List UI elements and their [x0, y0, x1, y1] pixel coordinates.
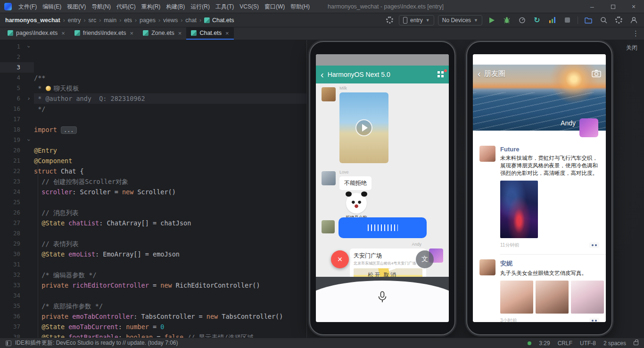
back-icon[interactable]: ‹	[478, 69, 481, 78]
code-line[interactable]: // 创建控制器Scroller对象	[34, 176, 306, 187]
tab-options-icon[interactable]: ⋮	[627, 29, 644, 38]
code-line[interactable]: import ...	[34, 124, 306, 135]
line-number[interactable]: 27	[0, 218, 34, 228]
code-line[interactable]	[34, 228, 306, 239]
line-number[interactable]: 31	[0, 259, 34, 270]
code-line[interactable]: /* 底部操作参数 */	[34, 301, 306, 311]
line-number[interactable]: 23	[0, 176, 34, 187]
menu-code[interactable]: 代码(C)	[114, 0, 139, 13]
code-line[interactable]: */	[34, 104, 306, 114]
breadcrumb-src[interactable]: src	[88, 17, 97, 24]
line-number[interactable]: 30	[0, 249, 34, 259]
tool-windows-icon[interactable]	[6, 340, 11, 346]
breadcrumb-chat[interactable]: chat	[185, 17, 197, 24]
status-message[interactable]: IDE和插件更新: DevEco Studio is ready to // u…	[15, 339, 178, 347]
code-line[interactable]: // 消息列表	[34, 207, 306, 218]
run-button[interactable]	[486, 15, 497, 26]
code-line[interactable]: * @author andy Q: 282310962	[34, 93, 306, 104]
module-selector[interactable]: entry ▼	[399, 15, 434, 25]
tab-close-icon[interactable]: ×	[130, 30, 134, 37]
menu-vcs[interactable]: VCS(S)	[237, 0, 262, 13]
grid-menu-icon[interactable]	[438, 71, 444, 78]
voice-message[interactable]	[339, 217, 427, 238]
line-number[interactable]: 19›	[0, 135, 34, 145]
menu-build[interactable]: 构建(B)	[163, 0, 188, 13]
code-line[interactable]: scroller: Scroller = new Scroller()	[34, 187, 306, 197]
convert-to-text-button[interactable]: 文	[416, 250, 434, 268]
play-icon[interactable]	[355, 119, 372, 136]
post-actions-icon[interactable]	[589, 318, 599, 322]
breadcrumb-ets[interactable]: ets	[124, 17, 132, 24]
line-number[interactable]: 32	[0, 270, 34, 280]
close-button[interactable]: ×	[623, 0, 644, 13]
code-line[interactable]: @Entry	[34, 145, 306, 156]
video-message[interactable]	[339, 92, 388, 163]
tab-close-icon[interactable]: ×	[61, 30, 65, 37]
breadcrumb-entry[interactable]: entry	[67, 17, 82, 24]
menu-view[interactable]: 视图(V)	[64, 0, 89, 13]
code-line[interactable]: @State chatList: ChatArray[] = chatJson	[34, 218, 306, 228]
rerun-button[interactable]: ↻	[531, 15, 543, 26]
menu-tools[interactable]: 工具(T)	[213, 0, 237, 13]
code-line[interactable]: // 表情列表	[34, 239, 306, 249]
tab-chat[interactable]: Chat.ets ×	[186, 27, 233, 40]
menu-file[interactable]: 文件(F)	[16, 0, 40, 13]
fold-collapse-icon[interactable]: ›	[24, 45, 34, 48]
menu-edit[interactable]: 编辑(E)	[40, 0, 64, 13]
post-image[interactable]	[500, 281, 533, 314]
line-number[interactable]: 20	[0, 145, 34, 156]
line-number[interactable]: 3	[0, 62, 34, 73]
code-line[interactable]: @Component	[34, 156, 306, 166]
code-line[interactable]: private richEditorController = new RichE…	[34, 280, 306, 290]
code-line[interactable]: * 聊天模板	[34, 83, 306, 93]
post-image[interactable]	[500, 181, 538, 238]
menu-refactor[interactable]: 重构(R)	[139, 0, 164, 13]
sync-icon[interactable]	[384, 15, 395, 26]
maximize-button[interactable]	[603, 0, 623, 13]
profiler-button[interactable]	[516, 15, 528, 26]
code-line[interactable]: struct Chat {	[34, 166, 306, 176]
line-number[interactable]: 16	[0, 104, 34, 114]
code-line[interactable]	[34, 135, 306, 145]
line-number[interactable]: 4	[0, 73, 34, 83]
code-line[interactable]: @State emoTabCurrent: number = 0	[34, 322, 306, 332]
search-everywhere-button[interactable]	[598, 15, 609, 26]
line-number[interactable]: 37	[0, 322, 34, 332]
fold-expand-icon[interactable]: ›	[27, 93, 30, 104]
line-number[interactable]: 36	[0, 311, 34, 322]
editor-code[interactable]: /** * 聊天模板 * @author andy Q: 282310962 *…	[34, 41, 306, 338]
fold-collapse-icon[interactable]: ›	[24, 138, 34, 141]
debug-button[interactable]	[501, 15, 512, 26]
indent-style[interactable]: 2 spaces	[603, 340, 626, 347]
line-number[interactable]: 22	[0, 166, 34, 176]
file-encoding[interactable]: UTF-8	[580, 340, 596, 347]
readonly-lock-icon[interactable]	[634, 341, 638, 345]
line-number[interactable]: 28	[0, 228, 34, 239]
caret-position[interactable]: 3:29	[539, 340, 550, 347]
line-number[interactable]: 17	[0, 114, 34, 124]
moments-cover-photo[interactable]: ‹ 朋友圈 Andy	[473, 65, 606, 131]
code-line[interactable]	[34, 197, 306, 207]
voice-record-panel[interactable]	[316, 281, 449, 322]
line-separator[interactable]: CRLF	[558, 340, 572, 347]
moments-feed[interactable]: Future 未来科技城市，霓虹灯与飞行汽车交织，展现赛博朋克风格的夜景，使用冷…	[473, 131, 606, 322]
menu-window[interactable]: 窗口(W)	[262, 0, 288, 13]
line-number[interactable]: 18	[0, 124, 34, 135]
text-message[interactable]: 不能拒绝	[339, 176, 372, 190]
user-account-button[interactable]	[628, 15, 639, 26]
line-number[interactable]: 38	[0, 332, 34, 338]
line-number[interactable]: 26	[0, 207, 34, 218]
settings-button[interactable]	[613, 15, 624, 26]
line-number[interactable]: 6›	[0, 93, 34, 104]
avatar[interactable]	[479, 146, 495, 162]
line-number[interactable]: 35	[0, 301, 34, 311]
avatar[interactable]	[322, 220, 335, 233]
breadcrumb-views[interactable]: views	[163, 17, 178, 24]
code-line[interactable]: /**	[34, 73, 306, 83]
line-number[interactable]: 21	[0, 156, 34, 166]
post-author[interactable]: 安妮	[500, 259, 599, 268]
post-actions-icon[interactable]	[589, 242, 599, 248]
camera-icon[interactable]	[592, 70, 601, 77]
code-line[interactable]	[34, 259, 306, 270]
stop-button[interactable]	[561, 15, 573, 26]
